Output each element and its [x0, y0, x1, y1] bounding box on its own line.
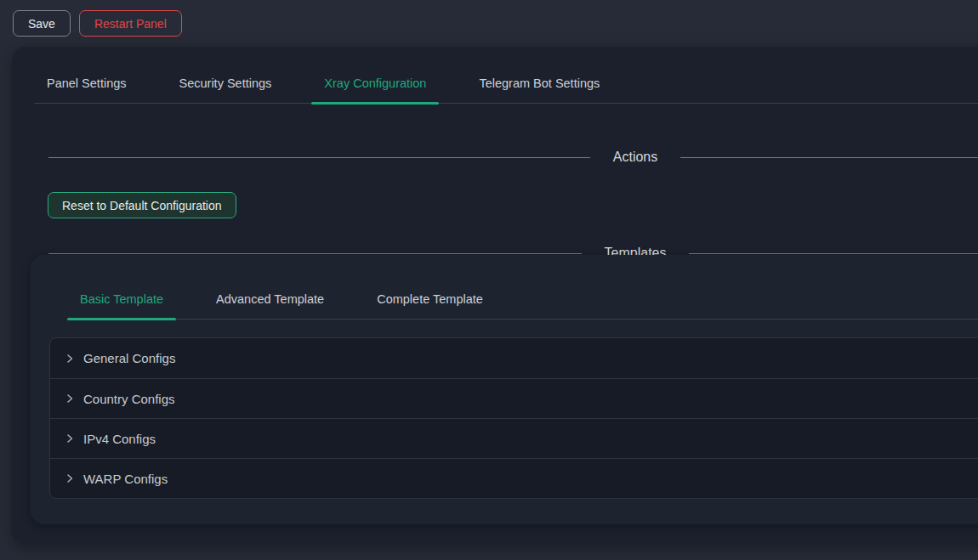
main-tab-bar: Panel Settings Security Settings Xray Co… [34, 76, 978, 104]
actions-divider: Actions [12, 150, 978, 165]
tab-complete-template[interactable]: Complete Template [364, 292, 496, 319]
collapse-item-label: Country Configs [83, 393, 175, 405]
chevron-right-icon [65, 354, 75, 364]
save-button[interactable]: Save [13, 10, 71, 37]
chevron-right-icon [65, 433, 75, 444]
collapse-item-label: IPv4 Configs [83, 433, 156, 445]
reset-default-configuration-button[interactable]: Reset to Default Configuration [48, 192, 236, 218]
chevron-right-icon [65, 393, 75, 404]
tab-security-settings[interactable]: Security Settings [167, 76, 285, 103]
configs-accordion: General Configs Country Configs IPv4 Con… [49, 337, 978, 499]
collapse-item-label: WARP Configs [83, 472, 168, 485]
chevron-right-icon [65, 473, 75, 484]
divider-line [680, 157, 978, 158]
template-tab-bar: Basic Template Advanced Template Complet… [67, 292, 978, 320]
tab-basic-template[interactable]: Basic Template [67, 292, 176, 319]
collapse-item-country-configs[interactable]: Country Configs [50, 378, 978, 418]
restart-panel-button[interactable]: Restart Panel [79, 10, 182, 37]
tab-telegram-bot-settings[interactable]: Telegram Bot Settings [466, 76, 612, 103]
tab-advanced-template[interactable]: Advanced Template [203, 292, 337, 319]
collapse-item-general-configs[interactable]: General Configs [50, 338, 978, 378]
settings-card: Panel Settings Security Settings Xray Co… [12, 47, 978, 545]
templates-card: Basic Template Advanced Template Complet… [31, 255, 978, 524]
tab-panel-settings[interactable]: Panel Settings [34, 76, 139, 103]
divider-line [48, 157, 590, 158]
topbar: Save Restart Panel [0, 0, 978, 47]
actions-section-title: Actions [590, 150, 680, 165]
divider-line [48, 253, 582, 254]
tab-xray-configuration[interactable]: Xray Configuration [311, 76, 439, 103]
collapse-item-ipv4-configs[interactable]: IPv4 Configs [50, 418, 978, 458]
collapse-item-warp-configs[interactable]: WARP Configs [50, 458, 978, 498]
collapse-item-label: General Configs [83, 352, 175, 365]
divider-line [689, 253, 978, 254]
